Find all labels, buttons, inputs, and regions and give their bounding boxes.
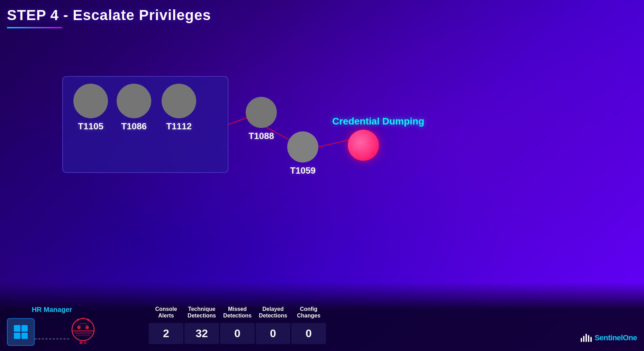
svg-rect-18: [84, 341, 87, 344]
node-credential-dumping: [348, 130, 379, 161]
node-t1105: T1105: [73, 84, 108, 132]
windows-pane-2: [21, 325, 28, 332]
svg-point-5: [85, 326, 89, 329]
node-label-t1086: T1086: [121, 121, 147, 132]
node-circle-t1088: [246, 97, 277, 128]
node-t1059: T1059: [287, 131, 318, 176]
credential-dumping-label: Credential Dumping: [332, 116, 424, 127]
stat-value-missed-detections: 0: [220, 323, 255, 344]
node-label-t1105: T1105: [78, 121, 103, 132]
sentinel-bar-5: [590, 337, 592, 342]
stat-header-missed-detections: MissedDetections: [220, 303, 255, 322]
windows-pane-1: [14, 325, 20, 332]
stat-column-technique-detections: TechniqueDetections 32: [184, 303, 219, 344]
stat-value-console-alerts: 2: [149, 323, 183, 344]
node-circle-t1105: [73, 84, 108, 118]
stat-column-console-alerts: ConsoleAlerts 2: [149, 303, 183, 344]
sentinel-bar-1: [581, 338, 582, 342]
stat-header-config-changes: ConfigChanges: [291, 303, 326, 322]
stat-column-config-changes: ConfigChanges 0: [291, 303, 326, 344]
svg-point-4: [77, 326, 81, 329]
sentinel-icon: [581, 334, 592, 342]
stat-header-technique-detections: TechniqueDetections: [184, 303, 219, 322]
sentinelone-logo: SentinelOne: [581, 333, 637, 342]
windows-pane-3: [14, 333, 20, 339]
node-t1086: T1086: [117, 84, 151, 132]
node-label-t1088: T1088: [248, 131, 274, 141]
stat-value-config-changes: 0: [291, 323, 326, 344]
node-t1112: T1112: [162, 84, 196, 132]
node-t1088: T1088: [246, 97, 277, 141]
windows-pane-4: [21, 333, 28, 339]
hr-manager-label: HR Manager: [32, 306, 72, 314]
sentinel-text-second: One: [623, 333, 637, 342]
hr-manager-icons: [7, 316, 97, 348]
stat-value-delayed-detections: 0: [256, 323, 290, 344]
page-title: STEP 4 - Escalate Privileges: [7, 7, 211, 24]
stat-column-delayed-detections: DelayedDetections 0: [256, 303, 290, 344]
stats-bar: HR Manager: [0, 282, 644, 351]
node-circle-t1112: [162, 84, 196, 118]
stats-table: ConsoleAlerts 2 TechniqueDetections 32 M…: [149, 303, 326, 344]
diagram-container: T1105 T1086 T1112 T1088 T1059 Credential…: [62, 76, 478, 249]
title-underline: [7, 27, 62, 28]
node-label-t1112: T1112: [166, 121, 192, 132]
stat-value-technique-detections: 32: [184, 323, 219, 344]
windows-logo: [14, 325, 28, 339]
sentinel-bar-2: [583, 336, 584, 342]
stat-header-console-alerts: ConsoleAlerts: [149, 303, 183, 322]
node-label-t1059: T1059: [290, 165, 316, 176]
blue-box: T1105 T1086 T1112: [62, 76, 228, 173]
node-circle-t1086: [117, 84, 151, 118]
hacker-icon: [69, 316, 97, 348]
node-circle-credential: [348, 130, 379, 161]
stat-header-delayed-detections: DelayedDetections: [256, 303, 290, 322]
sentinelone-text: SentinelOne: [595, 333, 637, 342]
sentinel-bar-3: [586, 334, 587, 342]
hr-manager-section: HR Manager: [7, 306, 97, 348]
computer-icon: [7, 318, 35, 346]
sentinel-bar-4: [588, 335, 589, 342]
svg-rect-17: [80, 341, 82, 344]
svg-point-3: [72, 318, 94, 341]
node-circle-t1059: [287, 131, 318, 163]
dashed-connector: [35, 339, 69, 339]
stat-column-missed-detections: MissedDetections 0: [220, 303, 255, 344]
sentinel-text-first: Sentinel: [595, 333, 623, 342]
